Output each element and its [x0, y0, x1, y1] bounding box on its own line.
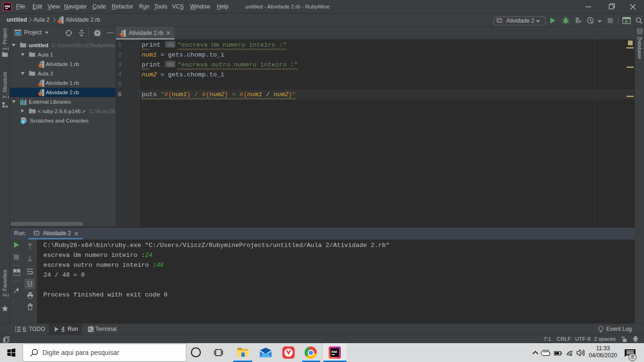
svg-text:RM: RM [5, 4, 10, 8]
svg-text:RM: RM [331, 350, 337, 354]
